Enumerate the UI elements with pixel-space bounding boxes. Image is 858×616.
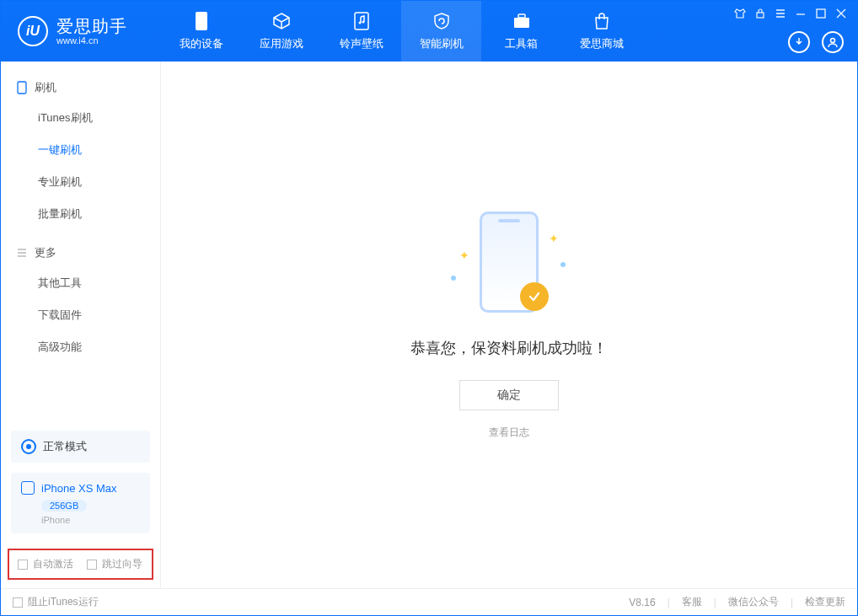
tab-label: 我的设备 (180, 36, 223, 51)
sidebar-item-itunes-flash[interactable]: iTunes刷机 (1, 102, 160, 134)
sidebar-section-flash: 刷机 (1, 73, 160, 102)
lock-icon[interactable] (754, 8, 766, 19)
device-name: iPhone XS Max (41, 482, 117, 495)
tab-label: 工具箱 (505, 36, 538, 51)
download-icon[interactable] (788, 31, 810, 53)
checkbox-label: 阻止iTunes运行 (28, 595, 99, 609)
tab-label: 铃声壁纸 (340, 36, 383, 51)
svg-rect-2 (355, 13, 368, 29)
shirt-icon[interactable] (734, 8, 746, 19)
tab-apps-games[interactable]: 应用游戏 (241, 1, 321, 62)
checkbox-skip-guide[interactable]: 跳过向导 (87, 557, 142, 571)
dot-icon (451, 276, 456, 281)
header-actions (788, 31, 844, 53)
checkbox-stop-itunes[interactable]: 阻止iTunes运行 (13, 595, 99, 609)
sidebar-item-oneclick-flash[interactable]: 一键刷机 (1, 134, 160, 166)
device-type: iPhone (41, 515, 140, 525)
window-controls (734, 8, 847, 19)
section-label: 刷机 (35, 80, 56, 95)
app-url: www.i4.cn (56, 35, 127, 46)
svg-point-9 (831, 39, 835, 43)
music-icon (351, 11, 372, 31)
checkbox-label: 跳过向导 (102, 557, 142, 571)
footer-link-support[interactable]: 客服 (682, 595, 702, 609)
svg-point-4 (362, 21, 364, 24)
view-log-link[interactable]: 查看日志 (489, 426, 529, 440)
minimize-icon[interactable] (795, 8, 807, 19)
spark-icon: ✦ (459, 249, 469, 262)
checkbox-box (87, 560, 97, 570)
sidebar-item-batch-flash[interactable]: 批量刷机 (1, 198, 160, 230)
footer-link-wechat[interactable]: 微信公众号 (728, 595, 779, 609)
success-illustration: ✦ ✦ (454, 210, 564, 319)
checkbox-auto-activate[interactable]: 自动激活 (18, 557, 73, 571)
footer-right: V8.16 | 客服 | 微信公众号 | 检查更新 (629, 595, 845, 609)
mode-icon (21, 439, 36, 454)
footer: 阻止iTunes运行 V8.16 | 客服 | 微信公众号 | 检查更新 (1, 588, 857, 615)
bag-icon (592, 11, 612, 31)
separator: | (668, 597, 670, 608)
separator: | (791, 597, 793, 608)
logo[interactable]: iU 爱思助手 www.i4.cn (1, 16, 161, 46)
logo-text: 爱思助手 www.i4.cn (56, 17, 127, 46)
svg-rect-5 (514, 18, 529, 28)
body: 刷机 iTunes刷机 一键刷机 专业刷机 批量刷机 更多 其他工具 下载固件 … (1, 62, 857, 588)
sidebar-section-more: 更多 (1, 238, 160, 267)
sidebar-item-advanced[interactable]: 高级功能 (1, 331, 160, 363)
maximize-icon[interactable] (815, 8, 827, 19)
checkbox-label: 自动激活 (33, 557, 73, 571)
tab-my-device[interactable]: 我的设备 (161, 1, 241, 62)
ok-button[interactable]: 确定 (459, 380, 559, 410)
sidebar-item-download-firmware[interactable]: 下载固件 (1, 299, 160, 331)
device-icon (21, 481, 35, 495)
svg-rect-7 (757, 13, 764, 18)
checkbox-box (18, 560, 28, 570)
phone-outline-icon (16, 82, 28, 94)
device-card[interactable]: iPhone XS Max 256GB iPhone (11, 473, 150, 533)
tab-toolbox[interactable]: 工具箱 (481, 1, 561, 62)
tab-label: 爱思商城 (580, 36, 624, 51)
svg-rect-0 (196, 12, 207, 30)
check-badge-icon (520, 282, 549, 311)
svg-rect-6 (518, 14, 525, 18)
top-tabs: 我的设备 应用游戏 铃声壁纸 智能刷机 工具箱 爱思商城 (161, 1, 641, 62)
tab-ringtones[interactable]: 铃声壁纸 (321, 1, 401, 62)
toolbox-icon (512, 11, 532, 31)
header: iU 爱思助手 www.i4.cn 我的设备 应用游戏 铃声壁纸 智能刷机 (1, 1, 857, 62)
tab-smart-flash[interactable]: 智能刷机 (401, 1, 481, 62)
sidebar-item-pro-flash[interactable]: 专业刷机 (1, 166, 160, 198)
flash-options-row: 自动激活 跳过向导 (8, 549, 153, 580)
app-window: iU 爱思助手 www.i4.cn 我的设备 应用游戏 铃声壁纸 智能刷机 (0, 0, 858, 616)
tab-store[interactable]: 爱思商城 (561, 1, 641, 62)
version-label: V8.16 (629, 597, 655, 608)
device-storage: 256GB (41, 500, 87, 512)
section-label: 更多 (35, 245, 56, 260)
tab-label: 智能刷机 (420, 36, 464, 51)
mode-card[interactable]: 正常模式 (11, 431, 150, 463)
close-icon[interactable] (835, 8, 847, 19)
svg-rect-10 (18, 82, 26, 94)
spark-icon: ✦ (549, 232, 559, 245)
dot-icon (560, 262, 566, 267)
svg-point-3 (358, 22, 361, 24)
sidebar: 刷机 iTunes刷机 一键刷机 专业刷机 批量刷机 更多 其他工具 下载固件 … (1, 62, 161, 588)
mode-label: 正常模式 (43, 439, 87, 454)
sidebar-item-other-tools[interactable]: 其他工具 (1, 267, 160, 299)
separator: | (714, 597, 716, 608)
svg-rect-8 (817, 9, 825, 18)
list-icon (16, 247, 28, 259)
checkbox-box (13, 597, 23, 608)
phone-icon (191, 11, 212, 31)
menu-icon[interactable] (775, 8, 786, 19)
cube-icon (271, 11, 292, 31)
app-title: 爱思助手 (56, 17, 127, 35)
main-content: ✦ ✦ 恭喜您，保资料刷机成功啦！ 确定 查看日志 (161, 62, 857, 588)
logo-icon: iU (18, 16, 48, 46)
user-icon[interactable] (822, 31, 844, 53)
tab-label: 应用游戏 (260, 36, 303, 51)
refresh-shield-icon (432, 11, 452, 31)
success-message: 恭喜您，保资料刷机成功啦！ (410, 338, 608, 358)
footer-link-update[interactable]: 检查更新 (805, 595, 845, 609)
